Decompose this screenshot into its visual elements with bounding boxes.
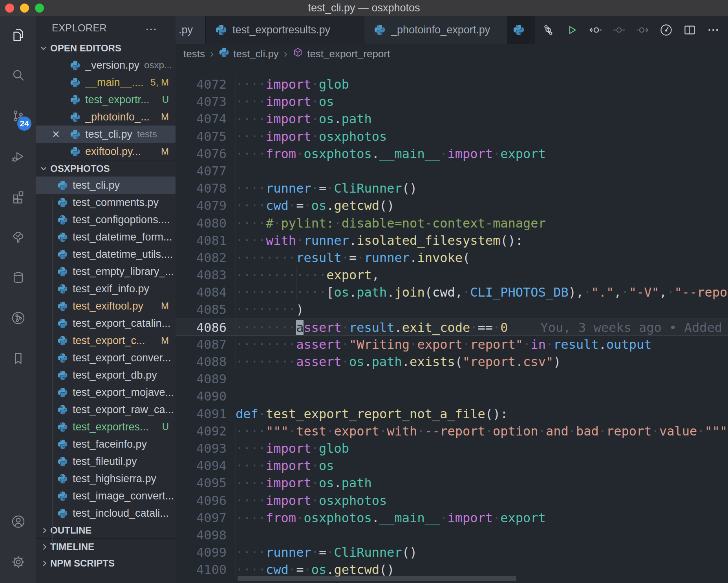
line-number[interactable]: 4088 bbox=[176, 353, 227, 370]
line-number[interactable]: 4085 bbox=[176, 301, 227, 318]
code-line[interactable]: 4078····runner·=·CliRunner() bbox=[176, 180, 728, 197]
close-editor-icon[interactable]: ✕ bbox=[52, 129, 60, 140]
code-line[interactable]: 4084············[os.path.join(cwd,·CLI_P… bbox=[176, 284, 728, 301]
section-outline[interactable]: OUTLINE bbox=[36, 522, 176, 538]
code-line[interactable]: 4095····import·os.path bbox=[176, 474, 728, 492]
activity-bar-item-run-debug[interactable] bbox=[0, 137, 36, 177]
line-number[interactable]: 4082 bbox=[176, 249, 227, 266]
line-number[interactable]: 4080 bbox=[176, 215, 227, 232]
code-line[interactable]: 4096····import·osxphotos bbox=[176, 492, 728, 509]
run-python-file-icon[interactable] bbox=[565, 23, 579, 37]
open-editor-item[interactable]: exiftool.py...M bbox=[36, 143, 176, 160]
line-number[interactable]: 4097 bbox=[176, 509, 227, 527]
tree-item[interactable]: test_export_conver... bbox=[36, 349, 176, 366]
code-line[interactable]: 4093····import·glob bbox=[176, 440, 728, 457]
open-editor-item[interactable]: __main__....5, M bbox=[36, 74, 176, 91]
more-actions-icon[interactable] bbox=[706, 23, 720, 37]
code-line[interactable]: 4088········assert·os.path.exists("repor… bbox=[176, 353, 728, 370]
code-line[interactable]: 4081····with·runner.isolated_filesystem(… bbox=[176, 232, 728, 249]
tree-item[interactable]: test_export_raw_ca... bbox=[36, 401, 176, 418]
code-line[interactable]: 4087········assert·"Writing·export·repor… bbox=[176, 336, 728, 353]
tree-item[interactable]: test_empty_library_... bbox=[36, 263, 176, 280]
tab-_photoinfo_export.py[interactable]: _photoinfo_export.py bbox=[364, 16, 507, 44]
code-editor[interactable]: 4072····import·glob4073····import·os4074… bbox=[176, 64, 728, 583]
tab-.py[interactable]: .py bbox=[176, 16, 206, 44]
tree-item[interactable]: test_configoptions.... bbox=[36, 211, 176, 228]
breadcrumb-item[interactable]: test_export_report bbox=[293, 47, 390, 60]
tab-test_exportresults.py[interactable]: test_exportresults.py bbox=[206, 16, 364, 44]
activity-bar-item-database[interactable] bbox=[0, 258, 36, 299]
code-line[interactable]: 4076····from·osxphotos.__main__·import·e… bbox=[176, 145, 728, 162]
code-line[interactable]: 4072····import·glob bbox=[176, 76, 728, 93]
tree-item[interactable]: test_export_c...M bbox=[36, 332, 176, 349]
profile-icon[interactable] bbox=[659, 23, 673, 37]
line-number[interactable]: 4073 bbox=[176, 93, 227, 110]
line-number[interactable]: 4100 bbox=[176, 561, 227, 578]
activity-bar-item-explorer[interactable] bbox=[0, 16, 36, 56]
activity-bar-item-testing[interactable] bbox=[0, 218, 36, 258]
line-number[interactable]: 4083 bbox=[176, 266, 227, 284]
code-line[interactable]: 4079····cwd·=·os.getcwd() bbox=[176, 197, 728, 214]
code-line[interactable]: 4089 bbox=[176, 370, 728, 388]
line-number[interactable]: 4079 bbox=[176, 197, 227, 214]
activity-bar-item-source-control[interactable]: 24 bbox=[0, 97, 36, 137]
line-number[interactable]: 4089 bbox=[176, 370, 227, 388]
section-timeline[interactable]: TIMELINE bbox=[36, 538, 176, 555]
line-number[interactable]: 4081 bbox=[176, 232, 227, 249]
tree-item[interactable]: test_faceinfo.py bbox=[36, 435, 176, 453]
tree-item[interactable]: test_export_mojave... bbox=[36, 384, 176, 401]
code-line[interactable]: 4077 bbox=[176, 162, 728, 180]
tab-pinned[interactable] bbox=[507, 16, 530, 44]
section-open-editors[interactable]: OPEN EDITORS bbox=[36, 40, 176, 56]
close-window-icon[interactable] bbox=[5, 4, 14, 13]
open-editor-item[interactable]: _version.pyosxp... bbox=[36, 56, 176, 74]
line-number[interactable]: 4074 bbox=[176, 110, 227, 128]
horizontal-scrollbar[interactable] bbox=[238, 576, 516, 581]
maximize-window-icon[interactable] bbox=[35, 4, 44, 13]
line-number[interactable]: 4094 bbox=[176, 457, 227, 474]
minimize-window-icon[interactable] bbox=[20, 4, 29, 13]
code-line[interactable]: 4091def·test_export_report_not_a_file(): bbox=[176, 405, 728, 423]
breadcrumb-item[interactable]: tests bbox=[183, 48, 205, 60]
tree-item[interactable]: test_exif_info.py bbox=[36, 280, 176, 297]
code-line[interactable]: 4074····import·os.path bbox=[176, 110, 728, 128]
code-line[interactable]: 4080····#·pylint:·disable=not-context-ma… bbox=[176, 215, 728, 232]
code-line[interactable]: 4092····"""·test·export·with·--report·op… bbox=[176, 423, 728, 440]
tree-item[interactable]: test_incloud_catali... bbox=[36, 505, 176, 522]
line-number[interactable]: 4084 bbox=[176, 284, 227, 301]
open-editor-item[interactable]: test_exportr...U bbox=[36, 91, 176, 108]
line-number[interactable]: 4077 bbox=[176, 162, 227, 180]
line-number[interactable]: 4086 bbox=[176, 319, 227, 336]
code-line[interactable]: 4099····runner·=·CliRunner() bbox=[176, 544, 728, 561]
open-changes-icon[interactable] bbox=[541, 23, 555, 37]
activity-bar-item-accounts[interactable] bbox=[0, 502, 36, 543]
current-change-icon[interactable] bbox=[612, 23, 626, 37]
line-number[interactable]: 4078 bbox=[176, 180, 227, 197]
line-number[interactable]: 4090 bbox=[176, 388, 227, 405]
line-number[interactable]: 4096 bbox=[176, 492, 227, 509]
code-line[interactable]: 4085········) bbox=[176, 301, 728, 318]
code-line[interactable]: 4097····from·osxphotos.__main__·import·e… bbox=[176, 509, 728, 527]
activity-bar-item-search[interactable] bbox=[0, 56, 36, 97]
line-number[interactable]: 4091 bbox=[176, 405, 227, 423]
code-line[interactable]: 4073····import·os bbox=[176, 93, 728, 110]
tree-item[interactable]: test_exportres...U bbox=[36, 418, 176, 435]
code-line[interactable]: 4090 bbox=[176, 388, 728, 405]
next-change-icon[interactable] bbox=[636, 23, 649, 37]
tree-item[interactable]: test_comments.py bbox=[36, 194, 176, 211]
activity-bar-item-bookmarks[interactable] bbox=[0, 339, 36, 379]
section-npm-scripts[interactable]: NPM SCRIPTS bbox=[36, 555, 176, 571]
line-number[interactable]: 4072 bbox=[176, 76, 227, 93]
tree-item[interactable]: test_fileutil.py bbox=[36, 453, 176, 470]
tree-item[interactable]: test_export_db.py bbox=[36, 366, 176, 384]
previous-change-icon[interactable] bbox=[589, 23, 602, 37]
open-editor-item[interactable]: _photoinfo_...M bbox=[36, 108, 176, 126]
split-editor-icon[interactable] bbox=[683, 23, 697, 37]
sidebar-more-actions-icon[interactable]: ⋯ bbox=[145, 22, 157, 36]
tree-item[interactable]: test_highsierra.py bbox=[36, 470, 176, 487]
line-number[interactable]: 4093 bbox=[176, 440, 227, 457]
code-line[interactable]: 4086········assert·result.exit_code·==·0… bbox=[176, 319, 728, 336]
code-line[interactable]: 4094····import·os bbox=[176, 457, 728, 474]
code-line[interactable]: 4083············export, bbox=[176, 266, 728, 284]
section-project[interactable]: OSXPHOTOS bbox=[36, 160, 176, 177]
